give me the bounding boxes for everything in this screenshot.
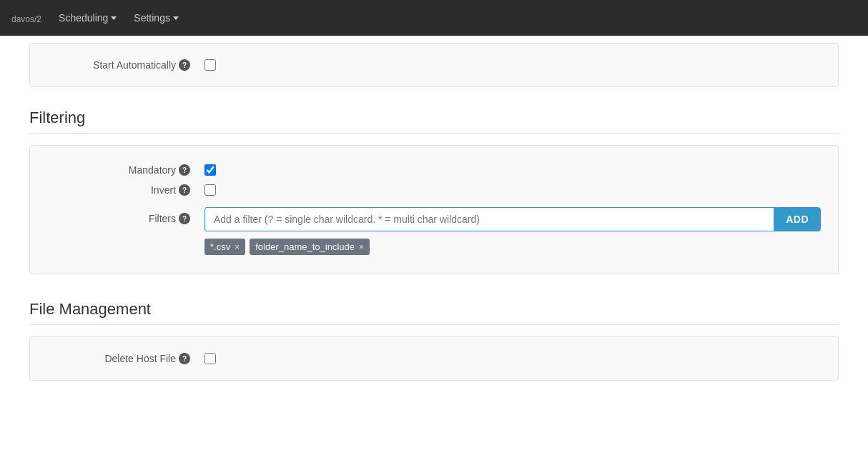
file-management-heading: File Management	[29, 300, 839, 319]
filtering-divider	[29, 133, 839, 134]
scheduling-label: Scheduling	[59, 12, 108, 24]
delete-host-file-help-icon[interactable]: ?	[179, 353, 190, 364]
start-automatically-row: Start Automatically ?	[47, 55, 821, 75]
start-automatically-checkbox[interactable]	[204, 59, 216, 71]
scheduling-caret-icon	[111, 16, 117, 20]
start-automatically-card: Start Automatically ?	[29, 43, 839, 87]
filters-label: Filters	[149, 213, 176, 224]
navbar: davos/2 Scheduling Settings	[0, 0, 868, 36]
filters-value-container: ADD *.csv × folder_name_to_include ×	[204, 207, 821, 255]
start-automatically-label: Start Automatically	[93, 59, 176, 71]
start-automatically-help-icon[interactable]: ?	[179, 59, 190, 71]
filters-help-icon[interactable]: ?	[179, 213, 190, 224]
file-management-card: Delete Host File ?	[29, 336, 839, 381]
invert-label-container: Invert ?	[47, 184, 204, 196]
filters-label-container: Filters ?	[47, 207, 204, 224]
start-automatically-label-container: Start Automatically ?	[47, 59, 204, 71]
brand-name: davos	[11, 14, 34, 24]
mandatory-row: Mandatory ?	[47, 160, 821, 180]
file-management-divider	[29, 324, 839, 325]
invert-checkbox[interactable]	[204, 184, 216, 196]
scheduling-menu[interactable]: Scheduling	[59, 12, 117, 24]
mandatory-label-container: Mandatory ?	[47, 164, 204, 176]
invert-help-icon[interactable]: ?	[179, 184, 190, 196]
brand-logo[interactable]: davos/2	[11, 11, 41, 26]
filters-row: Filters ? ADD *.csv × folder_name_to_inc…	[47, 200, 821, 259]
mandatory-label: Mandatory	[129, 164, 176, 176]
filtering-card: Mandatory ? Invert ? Filters ?	[29, 145, 839, 274]
settings-label: Settings	[134, 12, 170, 24]
delete-host-file-label: Delete Host File	[104, 353, 176, 364]
main-content: Start Automatically ? Filtering Mandator…	[12, 43, 856, 381]
filtering-heading: Filtering	[29, 109, 839, 127]
filter-input-row: ADD	[204, 207, 821, 231]
delete-host-file-label-container: Delete Host File ?	[47, 353, 204, 364]
tag-folder: folder_name_to_include ×	[250, 239, 370, 255]
delete-host-file-value	[204, 353, 216, 364]
tag-csv-remove-icon[interactable]: ×	[235, 242, 240, 252]
tag-csv-label: *.csv	[210, 241, 230, 252]
mandatory-help-icon[interactable]: ?	[179, 164, 190, 176]
brand-version: /2	[34, 14, 41, 24]
add-filter-button[interactable]: ADD	[774, 207, 821, 231]
mandatory-value	[204, 164, 216, 176]
filter-tags-container: *.csv × folder_name_to_include ×	[204, 239, 821, 255]
settings-menu[interactable]: Settings	[134, 12, 179, 24]
filter-text-input[interactable]	[204, 207, 774, 231]
start-automatically-value	[204, 59, 216, 71]
invert-label: Invert	[151, 184, 176, 196]
invert-value	[204, 184, 216, 196]
settings-caret-icon	[173, 16, 179, 20]
tag-folder-remove-icon[interactable]: ×	[359, 242, 364, 252]
tag-csv: *.csv ×	[204, 239, 245, 255]
tag-folder-label: folder_name_to_include	[255, 241, 355, 252]
mandatory-checkbox[interactable]	[204, 164, 216, 176]
invert-row: Invert ?	[47, 180, 821, 200]
delete-host-file-checkbox[interactable]	[204, 353, 216, 364]
delete-host-file-row: Delete Host File ?	[47, 349, 821, 369]
